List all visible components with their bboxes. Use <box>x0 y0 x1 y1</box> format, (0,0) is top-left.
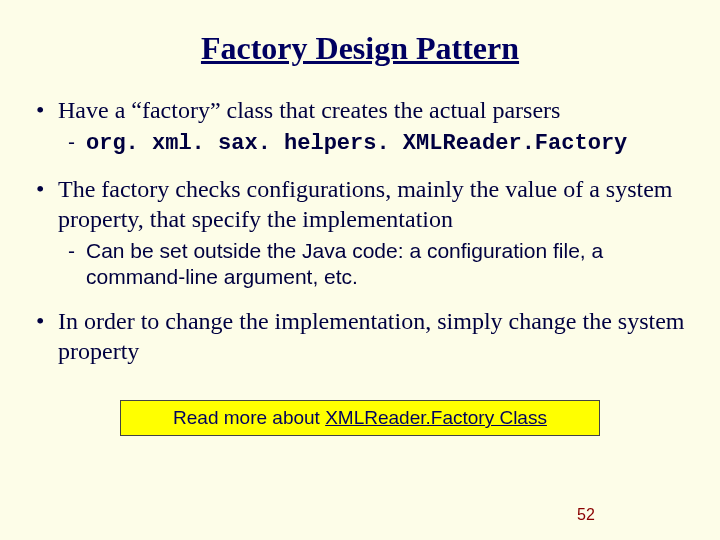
bullet-1: Have a “factory” class that creates the … <box>30 95 690 158</box>
bullet-3: In order to change the implementation, s… <box>30 306 690 366</box>
bullet-1-sublist: org. xml. sax. helpers. XMLReader.Factor… <box>58 129 690 158</box>
bullet-2-text: The factory checks configurations, mainl… <box>58 176 672 232</box>
page-number: 52 <box>0 506 720 524</box>
readmore-link[interactable]: XMLReader.Factory Class <box>325 407 547 428</box>
bullet-1-text: Have a “factory” class that creates the … <box>58 97 560 123</box>
readmore-prefix: Read more about <box>173 407 325 428</box>
bullet-list: Have a “factory” class that creates the … <box>30 95 690 366</box>
readmore-box: Read more about XMLReader.Factory Class <box>120 400 600 436</box>
slide: Factory Design Pattern Have a “factory” … <box>0 0 720 540</box>
bullet-2-sub-1-text: Can be set outside the Java code: a conf… <box>86 239 603 288</box>
slide-title: Factory Design Pattern <box>30 30 690 67</box>
bullet-3-text: In order to change the implementation, s… <box>58 308 685 364</box>
bullet-2-sub-1: Can be set outside the Java code: a conf… <box>58 238 690 291</box>
bullet-1-sub-1-code: org. xml. sax. helpers. XMLReader.Factor… <box>86 131 627 156</box>
bullet-2: The factory checks configurations, mainl… <box>30 174 690 291</box>
bullet-1-sub-1: org. xml. sax. helpers. XMLReader.Factor… <box>58 129 690 158</box>
bullet-2-sublist: Can be set outside the Java code: a conf… <box>58 238 690 291</box>
